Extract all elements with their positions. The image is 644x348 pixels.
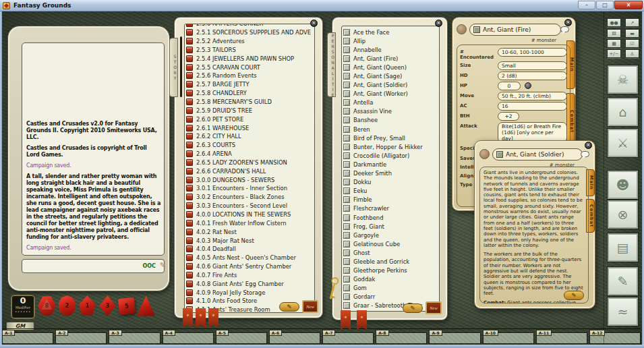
chat-bubble-icon[interactable] bbox=[560, 26, 569, 32]
hotkey-tab[interactable]: A-8 bbox=[376, 330, 427, 345]
minimize-button[interactable]: – bbox=[578, 1, 595, 9]
personality-list-item[interactable]: Gleeble and Gorrick bbox=[342, 257, 439, 266]
story-list-item[interactable]: 3.0.3 Encounters - Second Level bbox=[185, 202, 314, 210]
checkbox-icon[interactable]: ☑ bbox=[625, 39, 639, 48]
maps-button[interactable]: ≈ bbox=[608, 297, 638, 326]
personality-list-item[interactable]: Fimble bbox=[342, 196, 439, 204]
soldier-close-icon[interactable]: × bbox=[585, 142, 592, 149]
personality-list-item[interactable]: Darkmantle bbox=[342, 160, 439, 169]
personality-list-item[interactable]: Crocodile (Alligator) bbox=[342, 151, 439, 160]
story-list-item[interactable]: 2.5.5 CARAVAN COURT bbox=[185, 63, 314, 71]
modifier-icon[interactable]: +/− bbox=[607, 49, 621, 58]
story-close-icon[interactable]: × bbox=[310, 20, 318, 27]
chat-log[interactable]: Castles and Crusades v2.0 for Fantasy Gr… bbox=[22, 42, 165, 256]
coins-icon[interactable]: ●● bbox=[607, 18, 621, 27]
hotkey-tab[interactable]: A-7 bbox=[322, 330, 374, 345]
die[interactable]: 2 bbox=[58, 295, 76, 316]
soldier-edit-pen-button[interactable]: ✎ bbox=[564, 291, 584, 300]
story-list-item[interactable]: 2.6.2 CITY HALL bbox=[185, 132, 314, 141]
personality-list-item[interactable]: Ant, Giant (Sage) bbox=[342, 71, 439, 80]
personalities-edit-pen-button[interactable]: ✎ bbox=[403, 303, 423, 313]
personality-list-item[interactable]: Dokku bbox=[342, 178, 439, 187]
maximize-button[interactable]: □ bbox=[596, 1, 614, 9]
story-list-item[interactable]: 4.0.2 Rat Nest bbox=[185, 227, 314, 236]
stat-value[interactable]: 2 (d8) bbox=[498, 71, 567, 80]
die[interactable]: 1 bbox=[78, 295, 96, 316]
story-new-button[interactable]: New bbox=[302, 300, 318, 313]
close-button[interactable]: × bbox=[614, 1, 643, 9]
chat-input[interactable]: OOC ✎ bbox=[22, 259, 165, 273]
library-button[interactable]: ▤ bbox=[608, 233, 638, 262]
personality-list-item[interactable]: Frog, Giant bbox=[342, 222, 439, 231]
runner-icon[interactable]: ♙ bbox=[625, 49, 639, 58]
soldier-title-field[interactable]: Ant, Giant (Soldier) bbox=[492, 148, 583, 161]
fire-title-field[interactable]: Ant, Giant (Fire) bbox=[469, 24, 561, 36]
personality-list-item[interactable]: Assassin Vine bbox=[342, 107, 439, 116]
items-button[interactable]: ⚔ bbox=[608, 129, 638, 157]
story-list-item[interactable]: 2.5.8 CHANDLERY bbox=[185, 89, 314, 98]
story-list-item[interactable]: 4.0.6 Giant Ants' Sentry Chamber bbox=[185, 262, 314, 271]
personalities-close-icon[interactable]: × bbox=[435, 20, 442, 27]
hotkey-tab[interactable]: A-2 bbox=[55, 330, 107, 345]
personality-list-item[interactable]: Ace the Face bbox=[342, 28, 439, 36]
die[interactable]: 5 bbox=[118, 297, 136, 315]
story-list-item[interactable]: 3.0.0 DUNGEONS - SEWERS bbox=[185, 175, 314, 184]
chat-bubble-icon[interactable] bbox=[581, 151, 589, 157]
story-list-item[interactable]: 4.0.4 Deadfall bbox=[185, 245, 314, 254]
hotkey-tab[interactable]: A-4 bbox=[163, 330, 214, 345]
stat-value[interactable]: 16 bbox=[498, 102, 567, 111]
soldier-token-circle[interactable] bbox=[479, 149, 490, 159]
locations-button[interactable]: ⌂ bbox=[608, 98, 638, 126]
story-list-item[interactable]: 2.6.5 LADY ZOOREN'S MANSION bbox=[185, 158, 314, 167]
die[interactable]: 8 bbox=[38, 295, 56, 316]
story-list-item[interactable]: 2.5.3 TAILORS bbox=[185, 46, 314, 55]
personality-list-item[interactable]: Annabelle bbox=[342, 45, 439, 54]
story-list-item[interactable]: 3.0.1 Encounters - Inner Section bbox=[185, 184, 314, 193]
stat-value[interactable]: 0 bbox=[498, 82, 521, 90]
ruler-icon[interactable]: ▬ bbox=[625, 29, 639, 38]
personality-list-item[interactable]: Ant, Giant (Worker) bbox=[342, 90, 439, 98]
story-list-item[interactable]: 4.0.7 Fire Ants bbox=[185, 270, 314, 279]
personality-list-item[interactable]: Gleethorpe Perkins bbox=[342, 266, 439, 275]
calendar-icon[interactable]: ▦ bbox=[607, 39, 621, 48]
personality-list-item[interactable]: Goddak bbox=[342, 275, 439, 284]
hotkey-tab[interactable]: A-1 bbox=[2, 330, 53, 345]
personality-list-item[interactable]: Ant, Giant (Soldier) bbox=[342, 81, 439, 90]
story-list-item[interactable]: 2.5.8 MERCENARY'S GUILD bbox=[185, 98, 314, 107]
soldier-description[interactable]: Giant ants live in underground colonies.… bbox=[479, 167, 589, 303]
hotkey-tab[interactable]: A-9 bbox=[429, 330, 480, 345]
modifier-box[interactable]: 0 Modifier •••••• bbox=[11, 295, 35, 319]
personality-list-item[interactable]: Eeku bbox=[342, 187, 439, 196]
story-list-item[interactable]: 2.5.9 DRUID'S TREE bbox=[185, 106, 314, 115]
personality-list-item[interactable]: Ghost bbox=[342, 248, 439, 257]
hotkey-tab[interactable]: A-5 bbox=[216, 330, 267, 345]
personalities-button[interactable]: ☻ bbox=[608, 171, 638, 199]
wound-bubble-icon[interactable] bbox=[525, 82, 531, 89]
story-list-item[interactable]: 4.0.0 LOCATIONS IN THE SEWERS bbox=[185, 210, 314, 219]
story-list-item[interactable]: 2.5.1 SORCEROUS SUPPPLIES AND ADVE bbox=[185, 28, 314, 37]
personality-list-item[interactable]: Beren bbox=[342, 125, 439, 134]
personality-list-item[interactable]: Ant, Giant (Queen) bbox=[342, 63, 439, 71]
stat-value[interactable]: Small bbox=[498, 61, 567, 70]
die[interactable] bbox=[137, 295, 155, 316]
personality-list-item[interactable]: Banshee bbox=[342, 116, 439, 125]
personality-list-item[interactable]: Hagga bbox=[342, 310, 439, 312]
personality-list-item[interactable]: Foothbend bbox=[342, 213, 439, 222]
stat-value[interactable]: +2 bbox=[498, 112, 519, 121]
personality-list-item[interactable]: Gargoyle bbox=[342, 231, 439, 239]
personality-list-item[interactable]: Gom bbox=[342, 284, 439, 293]
tokens-button[interactable]: ⊗ bbox=[608, 200, 638, 229]
personality-list-item[interactable]: Gordarr bbox=[342, 293, 439, 301]
story-list-item[interactable]: 2.6.3 COURTS bbox=[185, 141, 314, 150]
pointer-icon[interactable]: ↗ bbox=[625, 18, 639, 27]
notes-button[interactable]: ✎ bbox=[608, 267, 638, 295]
story-list-item[interactable]: 4.0.1 Fresh Water Inflow Cistern bbox=[185, 219, 314, 227]
story-list-item[interactable]: 2.5.2 Adventures bbox=[185, 37, 314, 46]
story-list-item[interactable]: 4.0.8 Giant Ants' Egg Chamber bbox=[185, 279, 314, 288]
window-titlebar[interactable]: Fantasy Grounds – □ × bbox=[0, 0, 644, 11]
hotkey-tab[interactable]: A-3 bbox=[109, 330, 160, 345]
personality-list-item[interactable]: Graar - Sabretooth Tiger bbox=[342, 301, 439, 310]
personality-list-item[interactable]: Gelatinous Cube bbox=[342, 239, 439, 248]
personality-list-item[interactable]: Allip bbox=[342, 36, 439, 45]
stat-value[interactable]: 10-60, 100-1000 bbox=[498, 48, 567, 57]
